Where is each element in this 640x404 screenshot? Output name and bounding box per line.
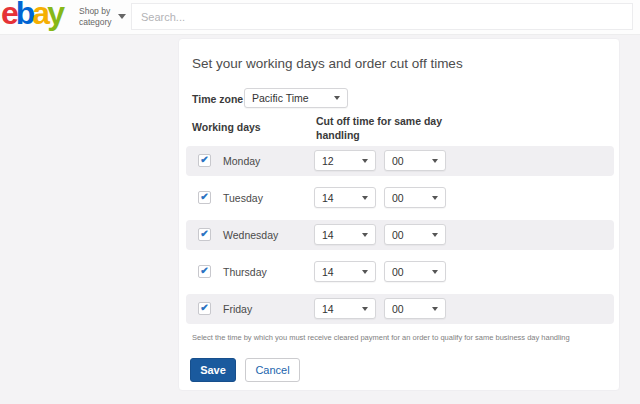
chevron-down-icon (432, 196, 438, 200)
top-header: ebay Shop by category (0, 0, 640, 35)
cancel-button[interactable]: Cancel (245, 358, 300, 382)
hour-select[interactable]: 14 (314, 224, 376, 245)
checkmark-icon: ✔ (200, 192, 208, 202)
page-title: Set your working days and order cut off … (192, 56, 463, 71)
checkmark-icon: ✔ (200, 155, 208, 165)
ebay-logo[interactable]: ebay (1, 0, 62, 31)
chevron-down-icon (362, 307, 368, 311)
hour-select[interactable]: 14 (314, 187, 376, 208)
chevron-down-icon (362, 196, 368, 200)
day-label: Monday (223, 155, 260, 167)
chevron-down-icon (432, 270, 438, 274)
hour-value: 12 (322, 155, 334, 167)
day-row: ✔ Wednesday 14 00 (186, 220, 614, 250)
settings-panel: Set your working days and order cut off … (178, 38, 620, 391)
day-checkbox[interactable]: ✔ (198, 154, 211, 167)
chevron-down-icon (118, 14, 126, 19)
day-row: ✔ Tuesday 14 00 (186, 183, 614, 213)
ebay-logo-letter: a (32, 0, 47, 31)
hour-select[interactable]: 12 (314, 150, 376, 171)
help-note: Select the time by which you must receiv… (192, 333, 570, 342)
chevron-down-icon (432, 233, 438, 237)
day-rows: ✔ Monday 12 00 ✔ Tuesday 14 00 ✔ Wednesd… (186, 146, 614, 331)
minute-value: 00 (392, 229, 404, 241)
minute-value: 00 (392, 266, 404, 278)
checkmark-icon: ✔ (200, 266, 208, 276)
day-checkbox[interactable]: ✔ (198, 265, 211, 278)
minute-value: 00 (392, 155, 404, 167)
minute-select[interactable]: 00 (384, 224, 446, 245)
minute-value: 00 (392, 192, 404, 204)
minute-select[interactable]: 00 (384, 150, 446, 171)
save-button[interactable]: Save (190, 358, 236, 382)
chevron-down-icon (432, 159, 438, 163)
chevron-down-icon (432, 307, 438, 311)
hour-select[interactable]: 14 (314, 261, 376, 282)
chevron-down-icon (362, 233, 368, 237)
day-checkbox[interactable]: ✔ (198, 228, 211, 241)
day-label: Thursday (223, 266, 267, 278)
checkmark-icon: ✔ (200, 229, 208, 239)
action-buttons: Save Cancel (190, 358, 300, 382)
shop-by-category-dropdown[interactable]: Shop by category (79, 6, 126, 27)
minute-select[interactable]: 00 (384, 261, 446, 282)
minute-select[interactable]: 00 (384, 298, 446, 319)
search-input[interactable] (131, 3, 633, 30)
timezone-label: Time zone (192, 93, 243, 105)
hour-value: 14 (322, 266, 334, 278)
timezone-value: Pacific Time (252, 92, 309, 104)
shop-by-category-label: Shop by category (79, 6, 112, 27)
ebay-logo-letter: e (1, 0, 16, 31)
ebay-logo-letter: y (47, 0, 62, 31)
cutoff-header: Cut off time for same day handling (316, 115, 474, 142)
hour-value: 14 (322, 229, 334, 241)
minute-select[interactable]: 00 (384, 187, 446, 208)
checkmark-icon: ✔ (200, 303, 208, 313)
shop-by-line2: category (79, 17, 112, 28)
day-label: Tuesday (223, 192, 263, 204)
day-row: ✔ Friday 14 00 (186, 294, 614, 324)
day-checkbox[interactable]: ✔ (198, 302, 211, 315)
day-row: ✔ Monday 12 00 (186, 146, 614, 176)
shop-by-line1: Shop by (79, 6, 112, 17)
chevron-down-icon (334, 96, 340, 100)
ebay-logo-letter: b (16, 0, 33, 31)
hour-select[interactable]: 14 (314, 298, 376, 319)
day-checkbox[interactable]: ✔ (198, 191, 211, 204)
hour-value: 14 (322, 192, 334, 204)
day-label: Wednesday (223, 229, 278, 241)
hour-value: 14 (322, 303, 334, 315)
working-days-header: Working days (192, 121, 261, 133)
timezone-select[interactable]: Pacific Time (244, 88, 348, 108)
chevron-down-icon (362, 159, 368, 163)
screen: ebay Shop by category Set your working d… (0, 0, 640, 404)
minute-value: 00 (392, 303, 404, 315)
day-label: Friday (223, 303, 252, 315)
day-row: ✔ Thursday 14 00 (186, 257, 614, 287)
chevron-down-icon (362, 270, 368, 274)
